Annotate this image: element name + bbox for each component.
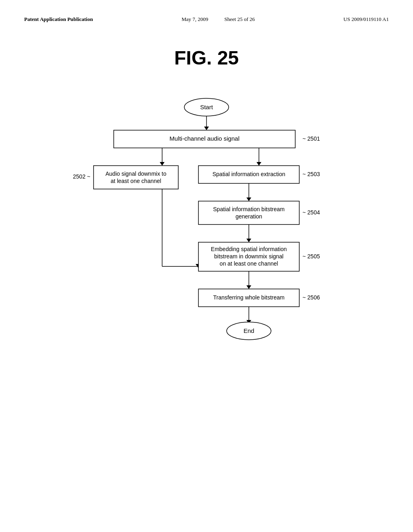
svg-marker-5: [160, 162, 165, 166]
label-2503: ~ 2503: [302, 171, 320, 177]
label-2506: ~ 2506: [302, 294, 320, 301]
node-2505-line3: on at least one channel: [220, 260, 278, 267]
svg-marker-17: [246, 239, 251, 242]
svg-marker-2: [204, 127, 209, 130]
svg-rect-8: [94, 166, 178, 189]
start-label: Start: [200, 104, 213, 110]
node-2503-label: Spatial information extraction: [213, 171, 286, 177]
label-2501: ~ 2501: [302, 135, 320, 142]
node-2501-label: Multi-channel audio signal: [169, 135, 239, 142]
label-2505: ~ 2505: [302, 253, 320, 260]
svg-rect-12: [198, 201, 299, 224]
node-2505-line2: bitstream in downmix signal: [214, 253, 284, 260]
label-2504: ~ 2504: [302, 209, 320, 216]
figure-title: FIG. 25: [24, 47, 389, 69]
node-2502-line1: Audio signal downmix to: [106, 170, 167, 177]
node-2504-line2: generation: [236, 213, 262, 220]
end-label: End: [244, 327, 254, 334]
header-patent: US 2009/0119110 A1: [344, 16, 389, 23]
svg-marker-7: [257, 162, 261, 166]
label-2502: 2502 ~: [73, 173, 90, 180]
node-2505-line1: Embedding spatial information: [211, 246, 287, 252]
node-2504-line1: Spatial information bitstream: [213, 206, 284, 212]
svg-marker-20: [246, 285, 251, 289]
header-middle: May 7, 2009 Sheet 25 of 26: [181, 16, 255, 23]
header-sheet: Sheet 25 of 26: [224, 16, 254, 23]
header-date: May 7, 2009: [181, 16, 208, 23]
page-header: Patent Application Publication May 7, 20…: [24, 16, 389, 23]
svg-marker-11: [246, 197, 251, 201]
header-left-label: Patent Application Publication: [24, 16, 93, 23]
page: Patent Application Publication May 7, 20…: [0, 0, 413, 532]
node-2506-label: Transferring whole bitstream: [213, 294, 285, 301]
node-2502-line2: at least one channel: [111, 178, 161, 184]
flowchart-diagram: Start Multi-channel audio signal ~ 2501 …: [41, 93, 372, 424]
